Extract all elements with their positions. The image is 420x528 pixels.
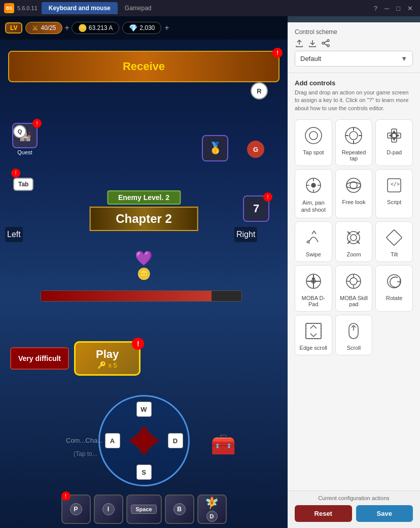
aim-pan-shoot-icon [303, 175, 324, 196]
zoom-label: Zoom [346, 251, 361, 257]
hotbar-slot-d[interactable]: 🧚 D [197, 494, 227, 524]
control-moba-skill-pad[interactable]: MOBA Skill pad [335, 265, 373, 312]
receive-notif-badge: ! [272, 48, 283, 58]
tap-spot-icon [303, 125, 324, 146]
svg-line-5 [324, 41, 327, 43]
d-pad-label: D-pad [387, 149, 402, 155]
current-config-label: Current configuration actions [295, 495, 413, 501]
hotbar-slot-space[interactable]: Space [126, 494, 162, 524]
control-edge-scroll[interactable]: Edge scroll [295, 315, 332, 355]
map-text: Com...Cha... [66, 437, 103, 444]
gems-stat: 💎 2,030 [122, 22, 161, 34]
free-look-icon [343, 175, 364, 196]
control-zoom[interactable]: Zoom [335, 221, 373, 262]
control-repeated-tap[interactable]: Repeated tap [335, 119, 373, 166]
svg-point-33 [312, 280, 314, 282]
control-aim-pan-shoot[interactable]: Aim, pan and shoot [295, 169, 332, 218]
hotbar-p-notif: ! [61, 491, 71, 501]
hotbar-slot-p[interactable]: P ! [61, 494, 91, 524]
play-notif: ! [132, 338, 144, 350]
app-version: 5.6.0.11 [17, 5, 38, 11]
item-slot-2[interactable]: 7 ! [243, 195, 269, 222]
save-button[interactable]: Save [356, 505, 413, 522]
dpad-w-key[interactable]: W [136, 402, 152, 417]
svg-rect-34 [312, 278, 315, 279]
reset-button[interactable]: Reset [295, 505, 352, 522]
svg-point-29 [351, 235, 357, 241]
script-icon: </> [383, 175, 405, 196]
play-label: Play [96, 348, 119, 361]
svg-marker-15 [390, 134, 392, 137]
control-free-look[interactable]: Free look [335, 169, 373, 218]
controls-grid: Tap spot Repeated tap [295, 119, 413, 355]
progress-bar-fill [41, 291, 212, 301]
panel-footer: Current configuration actions Reset Save [288, 490, 420, 528]
game-viewport: LV ⚔ 40/25 + 🪙 63.213 A 💎 2,030 + Receiv… [0, 16, 288, 528]
item-icon-1: 🥇 [208, 142, 222, 155]
add-gems-icon[interactable]: + [164, 23, 169, 32]
control-script[interactable]: </> Script [375, 169, 413, 218]
control-tap-spot[interactable]: Tap spot [295, 119, 332, 166]
rotate-icon [383, 271, 405, 292]
moba-skill-pad-icon [343, 271, 364, 292]
control-rotate[interactable]: Rotate [375, 265, 413, 312]
svg-point-4 [327, 45, 329, 47]
scheme-dropdown[interactable]: Default ▼ [295, 51, 413, 67]
control-moba-d-pad[interactable]: MOBA D-Pad [295, 265, 332, 312]
reward-icon: 💜 [135, 250, 153, 267]
upload-scheme-icon[interactable] [295, 39, 304, 48]
dpad-a-key[interactable]: A [105, 433, 120, 448]
download-scheme-icon[interactable] [308, 39, 317, 48]
zoom-icon [343, 227, 364, 248]
svg-marker-16 [396, 134, 399, 137]
tab-notif: ! [11, 169, 20, 178]
control-tilt[interactable]: Tilt [375, 221, 413, 262]
control-swipe[interactable]: Swipe [295, 221, 332, 262]
close-icon[interactable]: ✕ [407, 5, 413, 12]
tilt-icon [383, 227, 405, 248]
control-scroll[interactable]: Scroll [335, 315, 373, 355]
dpad-x-shape [126, 423, 162, 458]
key-g-button[interactable]: G [247, 141, 264, 158]
add-health-icon[interactable]: + [64, 23, 69, 32]
chapter-banner: Chapter 2 [89, 207, 198, 231]
key-r-button[interactable]: R [251, 82, 268, 100]
scheme-toolbar [295, 39, 413, 48]
hotbar-slot-b[interactable]: B [165, 494, 194, 524]
health-stat: ⚔ 40/25 [25, 22, 62, 34]
dropdown-chevron: ▼ [401, 55, 407, 62]
play-area: Very difficult Play 🔑 x 5 ! [10, 341, 141, 376]
very-difficult-btn[interactable]: Very difficult [10, 347, 69, 370]
dpad-circle: W S A D [98, 395, 190, 486]
play-btn[interactable]: Play 🔑 x 5 ! [74, 341, 141, 376]
item-slot-1[interactable]: 🥇 [202, 135, 228, 161]
tilt-label: Tilt [391, 251, 398, 257]
nav-left-key[interactable]: Left [5, 227, 23, 242]
nav-right-key[interactable]: Right [234, 227, 257, 242]
item-slot-number: 7 [253, 202, 259, 215]
bs-logo: BS [4, 3, 14, 13]
maximize-icon[interactable]: □ [396, 5, 400, 12]
help-icon[interactable]: ? [374, 5, 377, 12]
script-label: Script [387, 199, 401, 205]
control-d-pad[interactable]: D-pad [375, 119, 413, 166]
treasure-chest[interactable]: 🧰 [211, 433, 236, 456]
minimize-icon[interactable]: ─ [384, 5, 389, 12]
add-controls-section: Add controls Drag and drop an action on … [288, 73, 420, 490]
svg-line-6 [324, 44, 327, 45]
item-slot-notif: ! [263, 192, 272, 202]
tab-gamepad[interactable]: Gamepad [118, 2, 159, 14]
repeated-tap-label: Repeated tap [339, 149, 369, 161]
hotbar-slot-i[interactable]: I [94, 494, 123, 524]
key-tab-button[interactable]: Tab [13, 178, 33, 191]
share-scheme-icon[interactable] [321, 39, 330, 48]
key-q-button[interactable]: Q [13, 125, 26, 138]
dpad-d-key[interactable]: D [168, 433, 183, 448]
tab-keyboard-mouse[interactable]: Keyboard and mouse [42, 2, 118, 14]
dpad-s-key[interactable]: S [136, 465, 152, 480]
play-x5: 🔑 x 5 [96, 361, 119, 369]
svg-rect-30 [387, 229, 402, 245]
receive-banner[interactable]: Receive ! [8, 51, 279, 82]
map-sub-text: (Tap to... [74, 450, 97, 457]
repeated-tap-icon [343, 125, 364, 146]
